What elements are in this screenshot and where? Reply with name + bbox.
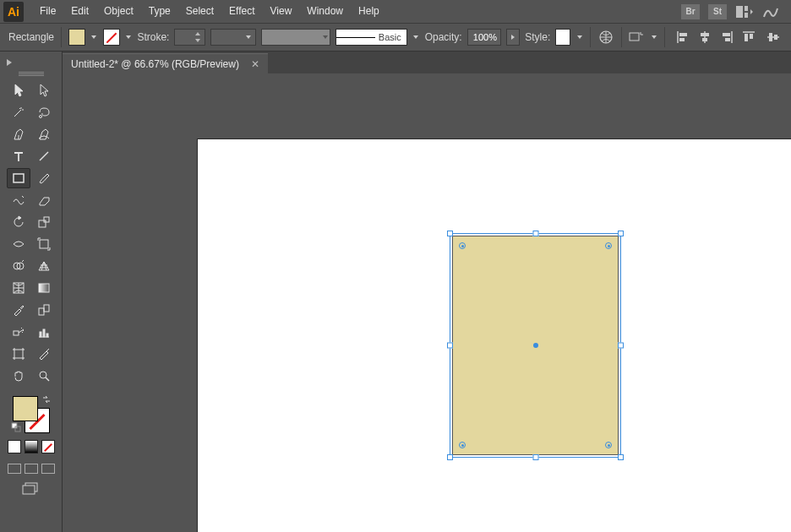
align-vcenter-icon[interactable]	[764, 28, 783, 46]
menu-file[interactable]: File	[32, 0, 63, 23]
default-fill-stroke-icon[interactable]	[11, 422, 21, 435]
eraser-tool[interactable]	[32, 190, 56, 210]
rectangle-shape[interactable]	[452, 236, 619, 455]
svg-rect-23	[39, 220, 46, 227]
rotate-tool[interactable]	[7, 212, 30, 232]
menu-type[interactable]: Type	[141, 0, 178, 23]
tools-grid	[7, 80, 56, 386]
curvature-tool[interactable]	[32, 124, 56, 144]
brush-dropdown[interactable]	[412, 30, 420, 45]
fill-stroke-control[interactable]	[11, 394, 52, 435]
menu-select[interactable]: Select	[178, 0, 221, 23]
svg-rect-25	[40, 240, 48, 248]
variable-width-profile-dropdown[interactable]	[210, 29, 256, 46]
color-mode-color[interactable]	[8, 440, 21, 453]
free-transform-tool[interactable]	[32, 234, 56, 254]
artboard-tool[interactable]	[7, 344, 30, 364]
svg-rect-42	[23, 486, 35, 494]
svg-rect-39	[12, 423, 17, 428]
align-right-icon[interactable]	[717, 28, 736, 46]
paintbrush-tool[interactable]	[32, 168, 56, 188]
panel-collapse-icon[interactable]	[5, 57, 14, 68]
mesh-tool[interactable]	[7, 278, 30, 298]
document-tab[interactable]: Untitled-2* @ 66.67% (RGB/Preview) ✕	[63, 53, 268, 73]
screen-mode-icon[interactable]	[22, 482, 41, 498]
align-top-icon[interactable]	[739, 28, 758, 46]
stroke-swatch[interactable]	[103, 29, 120, 46]
svg-rect-31	[44, 305, 49, 312]
brush-field[interactable]: Basic	[335, 29, 407, 46]
stock-button[interactable]: St	[708, 4, 727, 19]
opacity-flyout[interactable]	[506, 29, 520, 46]
menu-object[interactable]: Object	[96, 0, 141, 23]
line-segment-tool[interactable]	[32, 146, 56, 166]
stroke-weight-field[interactable]	[174, 29, 205, 46]
column-graph-tool[interactable]	[32, 322, 56, 342]
brush-definition-dropdown-disabled	[261, 29, 330, 46]
selection-tool[interactable]	[7, 80, 30, 100]
perspective-grid-tool[interactable]	[32, 256, 56, 276]
opacity-field[interactable]: 100%	[467, 29, 501, 46]
symbol-sprayer-tool[interactable]	[7, 322, 30, 342]
arrange-documents-icon[interactable]	[735, 5, 754, 19]
gradient-tool[interactable]	[32, 278, 56, 298]
workspace: Untitled-2* @ 66.67% (RGB/Preview) ✕	[63, 52, 791, 532]
blend-tool[interactable]	[32, 300, 56, 320]
hand-tool[interactable]	[7, 366, 30, 386]
direct-selection-tool[interactable]	[32, 80, 56, 100]
width-tool[interactable]	[7, 234, 30, 254]
main-area: Untitled-2* @ 66.67% (RGB/Preview) ✕	[0, 52, 791, 532]
gpu-performance-icon[interactable]	[762, 5, 779, 19]
separator	[590, 27, 591, 47]
style-label: Style:	[525, 31, 550, 43]
document-tab-title: Untitled-2* @ 66.67% (RGB/Preview)	[71, 58, 239, 70]
swap-fill-stroke-icon[interactable]	[41, 394, 52, 407]
menu-help[interactable]: Help	[351, 0, 387, 23]
transform-dropdown[interactable]	[650, 30, 657, 45]
svg-rect-1	[745, 6, 748, 11]
stroke-dropdown[interactable]	[125, 30, 133, 45]
rectangle-tool[interactable]	[7, 168, 30, 188]
recolor-artwork-icon[interactable]	[597, 28, 614, 46]
separator	[61, 27, 62, 47]
slice-tool[interactable]	[32, 344, 56, 364]
svg-rect-24	[44, 217, 49, 222]
style-dropdown[interactable]	[576, 30, 583, 45]
fill-dropdown[interactable]	[90, 30, 98, 45]
menubar-extras: Br St	[681, 4, 788, 19]
pen-tool[interactable]	[7, 124, 30, 144]
close-tab-icon[interactable]: ✕	[251, 58, 259, 70]
graphic-style-swatch[interactable]	[555, 29, 570, 46]
fill-swatch[interactable]	[68, 29, 85, 46]
menu-effect[interactable]: Effect	[221, 0, 262, 23]
svg-rect-4	[630, 33, 639, 41]
zoom-tool[interactable]	[32, 366, 56, 386]
color-mode-gradient[interactable]	[25, 440, 38, 453]
scale-tool[interactable]	[32, 212, 56, 232]
menu-view[interactable]: View	[263, 0, 300, 23]
canvas[interactable]	[63, 73, 791, 532]
svg-rect-36	[14, 350, 23, 358]
draw-behind-icon[interactable]	[25, 464, 38, 474]
fill-large-swatch[interactable]	[13, 396, 38, 421]
stroke-label: Stroke:	[137, 31, 169, 43]
eyedropper-tool[interactable]	[7, 300, 30, 320]
lasso-tool[interactable]	[32, 102, 56, 122]
shaper-tool[interactable]	[7, 190, 30, 210]
transform-panel-icon[interactable]	[629, 28, 646, 46]
draw-mode-row	[8, 464, 55, 474]
separator	[664, 27, 665, 47]
menu-window[interactable]: Window	[299, 0, 351, 23]
type-tool[interactable]	[7, 146, 30, 166]
color-mode-none[interactable]	[41, 440, 55, 453]
menu-edit[interactable]: Edit	[63, 0, 96, 23]
svg-rect-35	[46, 334, 48, 337]
align-left-icon[interactable]	[674, 28, 692, 46]
panel-grip[interactable]	[19, 72, 44, 75]
shape-builder-tool[interactable]	[7, 256, 30, 276]
bridge-button[interactable]: Br	[681, 4, 700, 19]
draw-normal-icon[interactable]	[8, 464, 21, 474]
draw-inside-icon[interactable]	[41, 464, 55, 474]
magic-wand-tool[interactable]	[7, 102, 30, 122]
align-hcenter-icon[interactable]	[696, 28, 714, 46]
